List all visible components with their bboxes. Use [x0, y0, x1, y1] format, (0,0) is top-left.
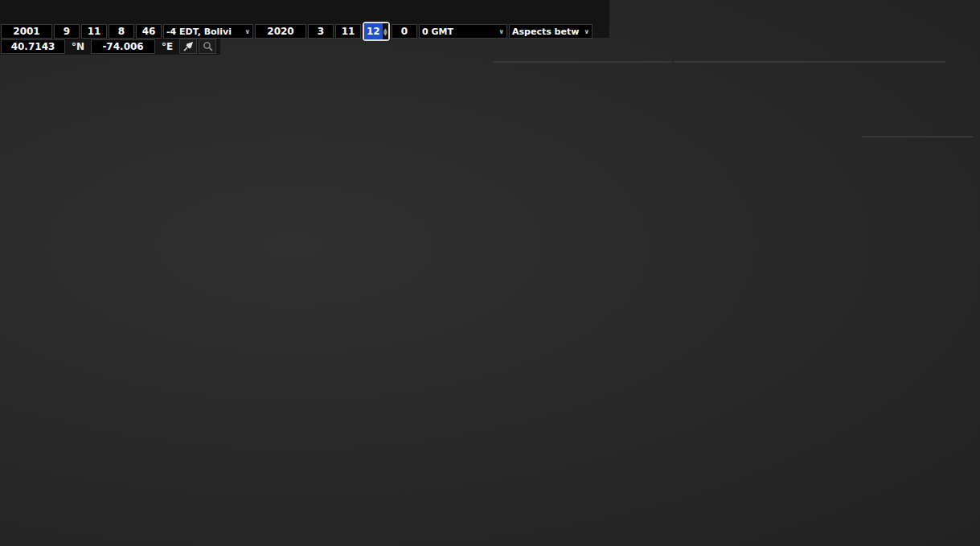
aspects-mode-value: Aspects betw — [512, 27, 579, 37]
chevron-down-icon: ∨ — [584, 28, 590, 35]
aspects-mode-select[interactable]: Aspects betw ∨ — [509, 24, 593, 39]
element-table-chart2 — [862, 136, 973, 138]
synastry-aspect-grid — [674, 61, 867, 63]
natal-aspect-grid — [493, 61, 672, 63]
element-table-chart1 — [862, 61, 945, 63]
chevron-down-icon: ∨ — [499, 28, 505, 35]
biwheel-chart — [0, 0, 492, 546]
astrology-app: { "toolbar": {"buttons": [ {"id":"compar… — [0, 0, 980, 546]
